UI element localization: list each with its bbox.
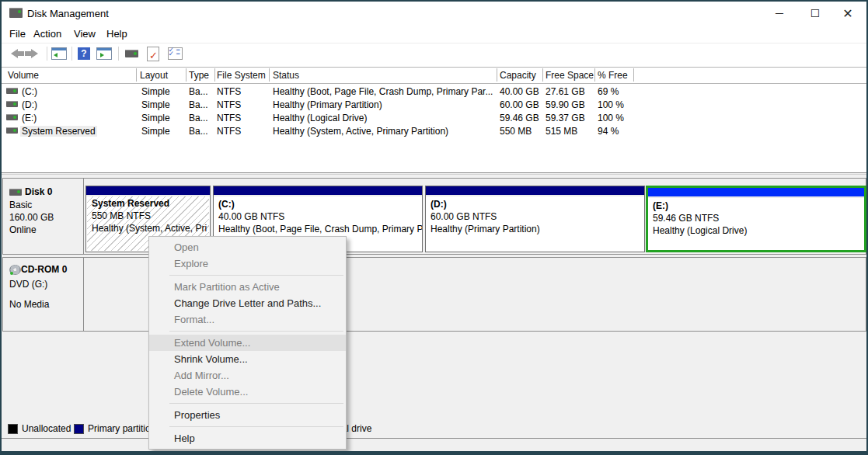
partition-size: 60.00 GB NTFS: [431, 210, 644, 223]
forward-icon[interactable]: [26, 46, 43, 61]
cell-capacity: 550 MB: [500, 126, 532, 137]
partition-size: 40.00 GB NTFS: [218, 210, 422, 223]
cell-capacity: 60.00 GB: [500, 99, 539, 110]
cell-file-system: NTFS: [217, 99, 241, 110]
cell-type: Ba...: [189, 126, 208, 137]
col-type[interactable]: Type: [189, 70, 209, 81]
cell-status: Healthy (System, Active, Primary Partiti…: [273, 126, 448, 137]
menu-separator: [169, 403, 343, 404]
cell-pct-free: 94 %: [598, 126, 619, 137]
check-status-icon[interactable]: ✓: [145, 46, 162, 61]
volume-list: Volume Layout Type File System Status Ca…: [2, 64, 866, 172]
table-row-d[interactable]: (D:) Simple Ba... NTFS Healthy (Primary …: [2, 98, 866, 111]
partition-color-bar: [86, 186, 210, 196]
window-title: Disk Management: [27, 8, 109, 19]
cdrom-media: DVD (G:): [9, 279, 47, 290]
partition-name: System Reserved: [92, 197, 209, 210]
menu-item-add-mirror[interactable]: Add Mirror...: [149, 367, 346, 384]
rescan-disks-icon[interactable]: [123, 46, 140, 61]
minimize-button[interactable]: ─: [762, 2, 797, 25]
cell-layout: Simple: [141, 99, 170, 110]
menu-item-extend-volume[interactable]: Extend Volume...: [149, 335, 346, 351]
partition-size: 59.46 GB NTFS: [653, 212, 864, 224]
cell-file-system: NTFS: [217, 86, 241, 97]
partition-e[interactable]: (E:) 59.46 GB NTFS Healthy (Logical Driv…: [646, 186, 866, 252]
cell-pct-free: 69 %: [598, 86, 619, 97]
menu-item-shrink-volume[interactable]: Shrink Volume...: [149, 351, 346, 367]
menu-item-open[interactable]: Open: [149, 239, 346, 255]
partition-color-bar: [648, 188, 864, 198]
status-bar-divider: [2, 438, 866, 439]
view-options-icon[interactable]: ✓ −✓ −: [166, 46, 183, 61]
show-console-tree-icon[interactable]: [51, 46, 68, 61]
col-status[interactable]: Status: [273, 70, 299, 81]
menu-item-help[interactable]: Help: [149, 430, 346, 446]
menu-view[interactable]: View: [68, 27, 101, 41]
cell-type: Ba...: [189, 113, 208, 123]
cell-volume: System Reserved: [20, 126, 97, 137]
table-row-e[interactable]: (E:) Simple Ba... NTFS Healthy (Logical …: [2, 111, 866, 124]
menu-action[interactable]: Action: [28, 27, 67, 41]
toolbar-separator: [118, 47, 119, 61]
menu-item-change-drive-letter[interactable]: Change Drive Letter and Paths...: [149, 295, 346, 311]
partition-d[interactable]: (D:) 60.00 GB NTFS Healthy (Primary Part…: [425, 186, 645, 252]
app-disk-icon: [9, 8, 23, 18]
disk-icon: [9, 189, 22, 196]
menu-item-mark-active[interactable]: Mark Partition as Active: [149, 279, 346, 295]
cd-rom-icon: [9, 265, 21, 275]
title-bar: Disk Management ─ ☐ ✕: [2, 2, 866, 25]
col-free-space[interactable]: Free Space: [546, 70, 594, 81]
cell-layout: Simple: [141, 86, 170, 97]
menu-help[interactable]: Help: [101, 27, 133, 41]
disk0-status: Online: [9, 224, 37, 235]
volume-icon: [6, 114, 18, 120]
menu-bar: File Action View Help: [2, 25, 866, 43]
col-capacity[interactable]: Capacity: [500, 70, 536, 81]
cell-free-space: 27.61 GB: [546, 86, 585, 97]
partition-status: Healthy (System, Active, Pri: [92, 222, 209, 234]
disk0-size: 160.00 GB: [9, 212, 54, 223]
cell-status: Healthy (Primary Partition): [273, 99, 382, 110]
cell-capacity: 59.46 GB: [500, 113, 539, 123]
menu-item-explore[interactable]: Explore: [149, 255, 346, 272]
cdrom-status: No Media: [9, 299, 49, 310]
disk0-header: Disk 0: [9, 186, 52, 197]
cell-layout: Simple: [141, 113, 170, 123]
menu-item-delete-volume[interactable]: Delete Volume...: [149, 384, 346, 400]
col-volume[interactable]: Volume: [8, 70, 39, 81]
disk-management-window: Disk Management ─ ☐ ✕ File Action View H…: [0, 0, 868, 455]
maximize-button[interactable]: ☐: [797, 2, 833, 25]
col-file-system[interactable]: File System: [217, 70, 266, 81]
partition-name: (E:): [653, 200, 864, 212]
partition-color-bar: [426, 186, 644, 196]
menu-item-properties[interactable]: Properties: [149, 407, 346, 423]
table-row-c[interactable]: (C:) Simple Ba... NTFS Healthy (Boot, Pa…: [2, 85, 866, 98]
show-action-pane-icon[interactable]: [96, 46, 113, 61]
cell-pct-free: 100 %: [598, 99, 624, 110]
toolbar-separator: [47, 47, 47, 61]
cell-volume: (E:): [22, 113, 37, 123]
toolbar: ? ✓ ✓ −✓ −: [2, 43, 866, 65]
legend-unallocated: Unallocated: [8, 423, 71, 434]
pane-splitter[interactable]: [2, 172, 866, 173]
cdrom-name: CD-ROM 0: [21, 264, 67, 275]
volume-list-header: Volume Layout Type File System Status Ca…: [2, 67, 866, 84]
cell-status: Healthy (Boot, Page File, Crash Dump, Pr…: [273, 86, 493, 97]
partition-color-bar: [214, 186, 422, 196]
context-menu: Open Explore Mark Partition as Active Ch…: [148, 236, 347, 450]
help-icon[interactable]: ?: [75, 46, 92, 61]
col-layout[interactable]: Layout: [140, 70, 168, 81]
back-icon[interactable]: [5, 46, 23, 61]
partition-size: 550 MB NTFS: [92, 210, 209, 222]
menu-item-format[interactable]: Format...: [149, 311, 346, 328]
cell-pct-free: 100 %: [598, 113, 624, 123]
partition-name: (C:): [218, 198, 422, 210]
close-button[interactable]: ✕: [830, 2, 866, 25]
table-row-system-reserved[interactable]: System Reserved Simple Ba... NTFS Health…: [2, 124, 866, 137]
partition-status: Healthy (Boot, Page File, Crash Dump, Pr…: [218, 223, 422, 235]
menu-file[interactable]: File: [4, 27, 31, 41]
col-pct-free[interactable]: % Free: [598, 70, 628, 81]
disk0-band: Disk 0 Basic 160.00 GB Online System Res…: [2, 178, 866, 255]
volume-icon: [6, 127, 18, 134]
cell-free-space: 59.37 GB: [546, 113, 585, 123]
